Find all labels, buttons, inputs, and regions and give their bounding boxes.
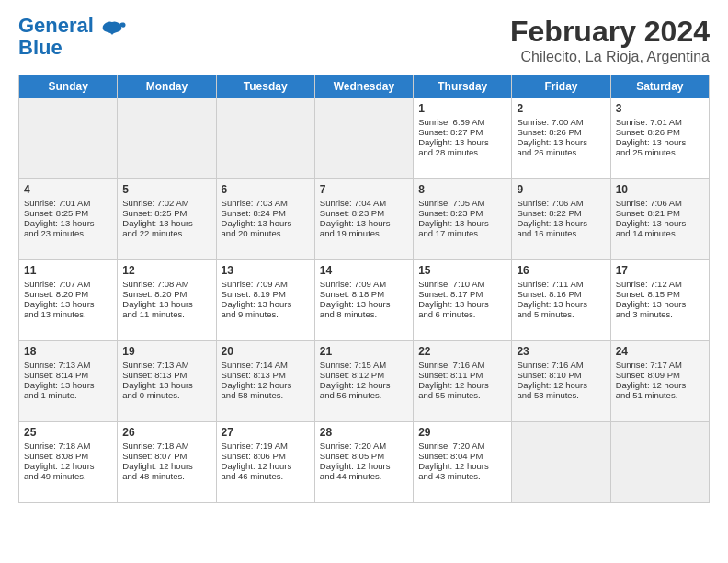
day-number: 1 — [418, 102, 506, 115]
daylight-line1: Daylight: 12 hours — [517, 380, 587, 390]
sunrise-line: Sunrise: 7:06 AM — [616, 198, 682, 208]
calendar-cell: 1 Sunrise: 6:59 AM Sunset: 8:27 PM Dayli… — [414, 98, 512, 179]
week-row-1: 1 Sunrise: 6:59 AM Sunset: 8:27 PM Dayli… — [19, 98, 710, 179]
sunrise-line: Sunrise: 7:00 AM — [517, 117, 583, 127]
daylight-line1: Daylight: 12 hours — [418, 461, 489, 471]
sunrise-line: Sunrise: 7:15 AM — [320, 360, 386, 370]
day-number: 8 — [418, 183, 506, 196]
daylight-line1: Daylight: 13 hours — [320, 299, 391, 309]
day-number: 25 — [24, 426, 112, 439]
sunset-line: Sunset: 8:13 PM — [222, 370, 286, 380]
sunrise-line: Sunrise: 7:01 AM — [24, 198, 90, 208]
calendar-cell: 26 Sunrise: 7:18 AM Sunset: 8:07 PM Dayl… — [118, 422, 216, 503]
daylight-line2: and 9 minutes. — [222, 309, 279, 319]
day-number: 29 — [418, 426, 506, 439]
sunrise-line: Sunrise: 7:02 AM — [122, 198, 188, 208]
sunrise-line: Sunrise: 7:11 AM — [517, 279, 583, 289]
sunrise-line: Sunrise: 7:03 AM — [222, 198, 288, 208]
day-number: 21 — [320, 345, 408, 358]
day-number: 24 — [616, 345, 704, 358]
subtitle: Chilecito, La Rioja, Argentina — [510, 49, 710, 65]
sunrise-line: Sunrise: 7:16 AM — [517, 360, 583, 370]
header: General Blue February 2024 Chilecito, La… — [18, 15, 710, 65]
calendar-cell: 29 Sunrise: 7:20 AM Sunset: 8:04 PM Dayl… — [414, 422, 512, 503]
daylight-line1: Daylight: 13 hours — [418, 299, 489, 309]
day-number: 16 — [517, 264, 605, 277]
sunset-line: Sunset: 8:16 PM — [517, 289, 581, 299]
calendar-body: 1 Sunrise: 6:59 AM Sunset: 8:27 PM Dayli… — [19, 98, 710, 503]
sunset-line: Sunset: 8:19 PM — [222, 289, 286, 299]
week-row-2: 4 Sunrise: 7:01 AM Sunset: 8:25 PM Dayli… — [19, 179, 710, 260]
sunrise-line: Sunrise: 7:06 AM — [517, 198, 583, 208]
calendar-cell — [216, 98, 314, 179]
daylight-line2: and 17 minutes. — [418, 228, 481, 238]
daylight-line1: Daylight: 13 hours — [616, 299, 687, 309]
day-number: 2 — [517, 102, 605, 115]
calendar-cell: 17 Sunrise: 7:12 AM Sunset: 8:15 PM Dayl… — [610, 260, 709, 341]
daylight-line2: and 5 minutes. — [517, 309, 574, 319]
day-number: 20 — [222, 345, 310, 358]
day-header-tuesday: Tuesday — [216, 75, 314, 98]
sunrise-line: Sunrise: 7:01 AM — [616, 117, 682, 127]
sunrise-line: Sunrise: 7:19 AM — [222, 441, 288, 451]
daylight-line2: and 14 minutes. — [616, 228, 678, 238]
sunrise-line: Sunrise: 7:09 AM — [222, 279, 288, 289]
calendar-cell — [314, 98, 413, 179]
daylight-line2: and 20 minutes. — [222, 228, 284, 238]
calendar-cell: 7 Sunrise: 7:04 AM Sunset: 8:23 PM Dayli… — [314, 179, 413, 260]
calendar-cell — [512, 422, 610, 503]
daylight-line1: Daylight: 13 hours — [320, 218, 391, 228]
daylight-line2: and 53 minutes. — [517, 390, 579, 400]
sunset-line: Sunset: 8:10 PM — [517, 370, 581, 380]
day-number: 15 — [418, 264, 506, 277]
calendar-cell — [610, 422, 709, 503]
daylight-line1: Daylight: 13 hours — [222, 299, 292, 309]
day-number: 10 — [616, 183, 704, 196]
daylight-line1: Daylight: 12 hours — [418, 380, 489, 390]
day-number: 9 — [517, 183, 605, 196]
sunset-line: Sunset: 8:05 PM — [320, 451, 384, 461]
daylight-line2: and 0 minutes. — [122, 390, 179, 400]
sunset-line: Sunset: 8:21 PM — [616, 208, 680, 218]
sunrise-line: Sunrise: 7:17 AM — [616, 360, 682, 370]
calendar-cell: 3 Sunrise: 7:01 AM Sunset: 8:26 PM Dayli… — [610, 98, 709, 179]
sunrise-line: Sunrise: 7:14 AM — [222, 360, 288, 370]
day-number: 28 — [320, 426, 408, 439]
daylight-line1: Daylight: 13 hours — [418, 137, 489, 147]
sunset-line: Sunset: 8:04 PM — [418, 451, 483, 461]
daylight-line2: and 16 minutes. — [517, 228, 579, 238]
day-number: 7 — [320, 183, 408, 196]
daylight-line1: Daylight: 13 hours — [616, 137, 687, 147]
day-header-wednesday: Wednesday — [314, 75, 413, 98]
day-number: 11 — [24, 264, 112, 277]
calendar-cell: 8 Sunrise: 7:05 AM Sunset: 8:23 PM Dayli… — [414, 179, 512, 260]
sunrise-line: Sunrise: 7:20 AM — [418, 441, 484, 451]
day-number: 26 — [122, 426, 210, 439]
sunset-line: Sunset: 8:18 PM — [320, 289, 384, 299]
calendar-cell: 12 Sunrise: 7:08 AM Sunset: 8:20 PM Dayl… — [118, 260, 216, 341]
daylight-line1: Daylight: 13 hours — [24, 380, 95, 390]
sunrise-line: Sunrise: 7:12 AM — [616, 279, 682, 289]
sunset-line: Sunset: 8:22 PM — [517, 208, 581, 218]
day-number: 13 — [222, 264, 310, 277]
daylight-line2: and 48 minutes. — [122, 471, 185, 481]
daylight-line2: and 23 minutes. — [24, 228, 86, 238]
daylight-line2: and 1 minute. — [24, 390, 77, 400]
daylight-line2: and 51 minutes. — [616, 390, 678, 400]
day-number: 3 — [616, 102, 704, 115]
sunset-line: Sunset: 8:26 PM — [517, 127, 581, 137]
daylight-line2: and 44 minutes. — [320, 471, 382, 481]
main-title: February 2024 — [510, 15, 710, 49]
daylight-line1: Daylight: 13 hours — [24, 299, 95, 309]
sunrise-line: Sunrise: 7:08 AM — [122, 279, 188, 289]
daylight-line1: Daylight: 13 hours — [122, 299, 193, 309]
daylight-line1: Daylight: 13 hours — [517, 218, 587, 228]
daylight-line1: Daylight: 12 hours — [24, 461, 95, 471]
day-number: 6 — [222, 183, 310, 196]
daylight-line2: and 8 minutes. — [320, 309, 377, 319]
daylight-line1: Daylight: 13 hours — [517, 299, 587, 309]
sunrise-line: Sunrise: 7:07 AM — [24, 279, 90, 289]
sunset-line: Sunset: 8:06 PM — [222, 451, 286, 461]
sunrise-line: Sunrise: 7:18 AM — [122, 441, 188, 451]
day-header-monday: Monday — [118, 75, 216, 98]
